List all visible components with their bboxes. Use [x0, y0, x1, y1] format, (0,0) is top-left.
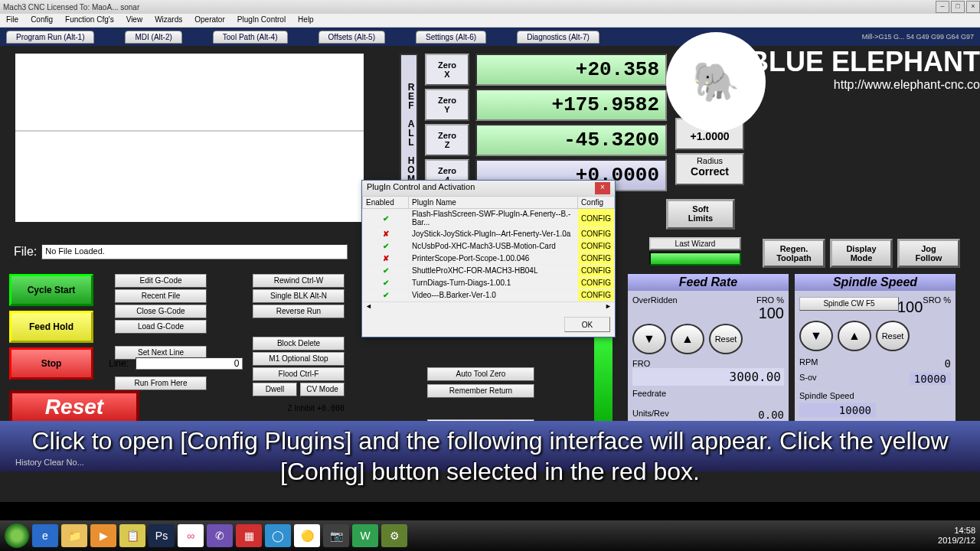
menu-wizards[interactable]: Wizards	[149, 14, 188, 27]
menu-file[interactable]: File	[0, 14, 24, 27]
spindle-inc-button[interactable]: ▲	[838, 321, 871, 351]
plugin-config-button[interactable]: CONFIG	[578, 253, 615, 265]
plugin-enabled-toggle[interactable]	[363, 265, 409, 277]
rewind-button[interactable]: Rewind Ctrl-W	[253, 274, 345, 288]
plugin-config-button[interactable]: CONFIG	[578, 228, 615, 240]
menu-operator[interactable]: Operator	[188, 14, 230, 27]
zero-z-button[interactable]: ZeroZ	[425, 124, 469, 156]
auto-tool-zero-button[interactable]: Auto Tool Zero	[427, 367, 534, 381]
recent-file-button[interactable]: Recent File	[115, 289, 207, 303]
plugin-enabled-toggle[interactable]	[363, 240, 409, 253]
plugin-config-button[interactable]: CONFIG	[578, 240, 615, 253]
history-bar[interactable]: History Clear No...	[15, 458, 84, 467]
line-area: Line: 0	[109, 357, 243, 370]
minimize-icon[interactable]: –	[936, 1, 949, 13]
tab-program-run[interactable]: Program Run (Alt-1)	[6, 31, 94, 44]
explorer-icon[interactable]: 📁	[61, 524, 87, 547]
taskbar-clock[interactable]: 14:58 2019/2/12	[938, 526, 975, 546]
dialog-ok-button[interactable]: OK	[564, 317, 610, 332]
tab-diagnostics[interactable]: Diagnostics (Alt-7)	[517, 31, 599, 44]
menu-config[interactable]: Config	[24, 14, 59, 27]
feed-inc-button[interactable]: ▲	[671, 324, 704, 354]
flood-button[interactable]: Flood Ctrl-F	[253, 367, 345, 381]
cv-mode-button[interactable]: CV Mode	[300, 383, 345, 396]
dialog-close-icon[interactable]: ×	[595, 182, 610, 194]
browser2-icon[interactable]: ◯	[265, 524, 291, 547]
mach3-icon[interactable]: ⚙	[381, 524, 407, 547]
gcode-buttons: Edit G-Code Recent File Close G-Code Loa…	[115, 274, 207, 392]
plugin-enabled-toggle[interactable]	[363, 277, 409, 289]
tab-tool-path[interactable]: Tool Path (Alt-4)	[213, 31, 288, 44]
app-icon[interactable]: ∞	[178, 524, 204, 547]
menu-view[interactable]: View	[120, 14, 149, 27]
menu-help[interactable]: Help	[292, 14, 320, 27]
viber-icon[interactable]: ✆	[207, 524, 233, 547]
start-button-icon[interactable]	[5, 523, 29, 548]
chrome-icon[interactable]: 🟡	[294, 524, 320, 547]
regen-toolpath-button[interactable]: Regen.Toolpath	[763, 239, 825, 268]
single-block-button[interactable]: Single BLK Alt-N	[253, 289, 345, 303]
plugin-config-button[interactable]: CONFIG	[578, 265, 615, 277]
tab-mdi[interactable]: MDI (Alt-2)	[125, 31, 181, 44]
remember-return-button[interactable]: Remember Return	[427, 384, 534, 398]
display-mode-button[interactable]: DisplayMode	[830, 239, 893, 268]
feed-reset-button[interactable]: Reset	[709, 324, 743, 354]
dro-y[interactable]: +175.9582	[475, 89, 667, 121]
media-icon[interactable]: ▶	[90, 524, 116, 547]
zero-x-button[interactable]: ZeroX	[425, 54, 469, 86]
sov-label: S-ov	[799, 373, 817, 382]
dwell-button[interactable]: Dwell	[253, 383, 297, 396]
menu-plugin-control[interactable]: PlugIn Control	[231, 14, 292, 27]
ie-icon[interactable]: e	[32, 524, 58, 547]
maximize-icon[interactable]: □	[951, 1, 965, 13]
file-name-field[interactable]: No File Loaded.	[41, 244, 348, 259]
load-gcode-button[interactable]: Load G-Code	[115, 320, 207, 334]
reset-button[interactable]: Reset	[9, 390, 139, 424]
spindle-reset-button[interactable]: Reset	[876, 321, 910, 351]
plugin-enabled-toggle[interactable]	[363, 228, 409, 240]
sov-value[interactable]: 10000	[910, 373, 951, 385]
fro-value[interactable]: 3000.00	[632, 368, 784, 386]
gcode-viewer[interactable]	[15, 54, 364, 222]
col-config: Config	[578, 197, 615, 209]
plugin-config-button[interactable]: CONFIG	[578, 209, 615, 228]
radius-correct-box[interactable]: RadiusCorrect	[675, 153, 744, 185]
m1-optional-stop-button[interactable]: M1 Optional Stop	[253, 352, 345, 366]
menubar: File Config Function Cfg's View Wizards …	[0, 14, 980, 28]
block-delete-button[interactable]: Block Delete	[253, 337, 345, 350]
plugin-config-button[interactable]: CONFIG	[578, 277, 615, 289]
close-gcode-button[interactable]: Close G-Code	[115, 305, 207, 318]
pdf-icon[interactable]: ▦	[236, 524, 262, 547]
run-from-here-button[interactable]: Run From Here	[115, 377, 207, 390]
spindle-dec-button[interactable]: ▼	[799, 321, 833, 351]
plugin-enabled-toggle[interactable]	[363, 209, 409, 228]
reverse-run-button[interactable]: Reverse Run	[253, 305, 345, 318]
feed-hold-button[interactable]: Feed Hold	[9, 311, 93, 343]
zero-y-button[interactable]: ZeroY	[425, 89, 469, 121]
plugin-row: TurnDiags-Turn-Diags-1.00.1 CONFIG	[363, 277, 615, 289]
plugin-control-dialog: PlugIn Control and Activation × Enabled …	[361, 180, 616, 337]
plugin-enabled-toggle[interactable]	[363, 289, 409, 302]
stop-button[interactable]: Stop	[9, 347, 93, 380]
camera-icon[interactable]: 📷	[323, 524, 349, 547]
close-icon[interactable]: ×	[966, 1, 980, 13]
spindle-header: Spindle Speed	[795, 274, 956, 291]
tab-offsets[interactable]: Offsets (Alt-5)	[318, 31, 386, 44]
whatsapp-icon[interactable]: W	[352, 524, 378, 547]
plugin-name-cell: Video---B.Barker-Ver-1.0	[409, 289, 578, 302]
plugin-config-button[interactable]: CONFIG	[578, 289, 615, 302]
dro-z[interactable]: -45.3200	[475, 124, 667, 156]
notes-icon[interactable]: 📋	[119, 524, 145, 547]
feed-dec-button[interactable]: ▼	[632, 324, 666, 354]
photoshop-icon[interactable]: Ps	[149, 524, 175, 547]
jog-follow-button[interactable]: JogFollow	[897, 239, 960, 268]
edit-gcode-button[interactable]: Edit G-Code	[115, 274, 207, 288]
tab-settings[interactable]: Settings (Alt-6)	[416, 31, 486, 44]
soft-limits-button[interactable]: SoftLimits	[666, 199, 735, 230]
cycle-start-button[interactable]: Cycle Start	[9, 274, 93, 306]
plugin-enabled-toggle[interactable]	[363, 253, 409, 265]
menu-function-cfg[interactable]: Function Cfg's	[59, 14, 120, 27]
dro-x[interactable]: +20.358	[475, 54, 667, 86]
line-value[interactable]: 0	[136, 357, 243, 370]
spindle-speed-value[interactable]: 10000	[799, 403, 876, 417]
